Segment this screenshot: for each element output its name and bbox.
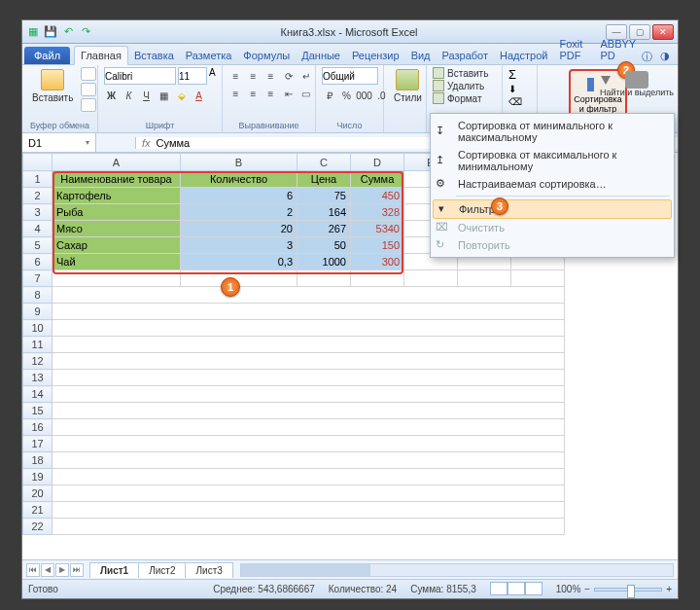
view-normal-icon[interactable] bbox=[490, 582, 508, 595]
cell[interactable]: 3 bbox=[181, 237, 298, 254]
merge-icon[interactable]: ▭ bbox=[298, 87, 313, 100]
clear-icon[interactable]: ⌫ bbox=[508, 96, 522, 107]
styles-button[interactable]: Стили bbox=[390, 67, 426, 105]
cell[interactable]: 75 bbox=[298, 188, 351, 204]
cell[interactable]: 150 bbox=[351, 237, 404, 254]
cell[interactable]: 450 bbox=[351, 188, 404, 204]
row-header[interactable]: 18 bbox=[23, 452, 52, 469]
currency-icon[interactable]: ₽ bbox=[322, 89, 336, 102]
filter-item[interactable]: ▾Фильтр bbox=[433, 199, 672, 219]
tab-foxit[interactable]: Foxit PDF bbox=[553, 35, 594, 64]
fill-down-icon[interactable]: ⬇ bbox=[508, 84, 516, 94]
row-header[interactable]: 6 bbox=[23, 254, 52, 270]
comma-icon[interactable]: 000 bbox=[357, 89, 371, 102]
row-header[interactable]: 13 bbox=[23, 370, 52, 386]
cell[interactable] bbox=[52, 304, 565, 320]
redo-icon[interactable]: ↷ bbox=[79, 25, 92, 39]
row-header[interactable]: 14 bbox=[23, 386, 52, 403]
cut-icon[interactable] bbox=[81, 67, 96, 81]
tab-developer[interactable]: Разработ bbox=[437, 47, 494, 64]
cell[interactable] bbox=[52, 337, 565, 353]
row-header[interactable]: 10 bbox=[23, 320, 52, 337]
cell[interactable] bbox=[52, 287, 565, 304]
row-header[interactable]: 15 bbox=[23, 403, 52, 419]
tab-review[interactable]: Рецензир bbox=[346, 47, 405, 64]
zoom-slider[interactable] bbox=[594, 588, 662, 592]
zoom-in-icon[interactable]: + bbox=[666, 584, 672, 594]
horizontal-scrollbar[interactable] bbox=[240, 563, 674, 577]
cell[interactable]: 267 bbox=[298, 221, 351, 237]
insert-cells-button[interactable]: Вставить bbox=[433, 67, 496, 79]
tab-formulas[interactable]: Формулы bbox=[237, 47, 296, 64]
italic-icon[interactable]: К bbox=[122, 89, 136, 102]
zoom-out-icon[interactable]: − bbox=[584, 584, 590, 594]
cell[interactable] bbox=[52, 320, 565, 337]
save-icon[interactable]: 💾 bbox=[44, 25, 57, 39]
cell[interactable]: 2 bbox=[181, 204, 298, 221]
row-header[interactable]: 2 bbox=[23, 188, 52, 204]
view-page-layout-icon[interactable] bbox=[508, 582, 525, 595]
zoom-control[interactable]: 100% − + bbox=[556, 584, 672, 594]
cell[interactable]: 328 bbox=[351, 204, 404, 221]
border-icon[interactable]: ▦ bbox=[157, 89, 171, 102]
undo-icon[interactable]: ↶ bbox=[61, 25, 75, 39]
orientation-icon[interactable]: ⟳ bbox=[281, 69, 296, 83]
row-header[interactable]: 20 bbox=[23, 485, 52, 502]
sheet-nav-prev-icon[interactable]: ◀ bbox=[41, 563, 54, 577]
cell[interactable] bbox=[52, 270, 181, 287]
number-format-select[interactable] bbox=[322, 67, 378, 85]
align-center-icon[interactable]: ≡ bbox=[246, 87, 261, 100]
format-painter-icon[interactable] bbox=[81, 98, 96, 112]
cell[interactable] bbox=[404, 270, 458, 287]
percent-icon[interactable]: % bbox=[339, 89, 354, 102]
paste-button[interactable]: Вставить bbox=[28, 67, 77, 105]
format-cells-button[interactable]: Формат bbox=[433, 92, 496, 104]
name-box[interactable]: D1 bbox=[22, 133, 96, 152]
tab-data[interactable]: Данные bbox=[296, 47, 346, 64]
cell[interactable] bbox=[351, 270, 404, 287]
cell[interactable] bbox=[458, 270, 511, 287]
row-header[interactable]: 11 bbox=[23, 337, 52, 353]
row-header[interactable]: 17 bbox=[23, 436, 52, 452]
bold-icon[interactable]: Ж bbox=[104, 89, 119, 102]
sheet-nav-last-icon[interactable]: ⏭ bbox=[70, 563, 84, 577]
cell[interactable] bbox=[52, 386, 565, 403]
cell[interactable] bbox=[52, 452, 565, 469]
cell[interactable]: Чай bbox=[52, 254, 181, 270]
row-header[interactable]: 1 bbox=[23, 171, 52, 188]
cell[interactable]: 0,3 bbox=[181, 254, 298, 270]
cell[interactable]: 6 bbox=[181, 188, 298, 204]
align-middle-icon[interactable]: ≡ bbox=[246, 69, 261, 83]
cell[interactable] bbox=[52, 403, 565, 419]
cell[interactable] bbox=[52, 485, 565, 502]
align-right-icon[interactable]: ≡ bbox=[263, 87, 278, 100]
cell[interactable]: 300 bbox=[351, 254, 404, 270]
col-header[interactable]: C bbox=[298, 154, 351, 171]
copy-icon[interactable] bbox=[81, 83, 96, 96]
file-tab[interactable]: Файл bbox=[24, 47, 70, 64]
cell[interactable]: 164 bbox=[298, 204, 351, 221]
fx-icon[interactable]: fx bbox=[142, 137, 151, 149]
custom-sort-item[interactable]: ⚙Настраиваемая сортировка… bbox=[431, 175, 674, 193]
tab-insert[interactable]: Вставка bbox=[128, 47, 180, 64]
row-header[interactable]: 3 bbox=[23, 204, 52, 221]
sheet-nav-first-icon[interactable]: ⏮ bbox=[26, 563, 40, 577]
row-header[interactable]: 12 bbox=[23, 353, 52, 370]
tab-abbyy[interactable]: ABBYY PD bbox=[595, 35, 643, 64]
cell[interactable]: 20 bbox=[181, 221, 298, 237]
help-icon[interactable]: ◑ bbox=[660, 50, 670, 64]
cell[interactable]: Рыба bbox=[52, 204, 181, 221]
cell[interactable] bbox=[52, 502, 565, 519]
minimize-ribbon-icon[interactable]: ⓘ bbox=[642, 50, 652, 64]
row-header[interactable]: 19 bbox=[23, 469, 52, 485]
autosum-icon[interactable]: Σ bbox=[508, 67, 516, 82]
fill-color-icon[interactable]: ⬙ bbox=[174, 89, 189, 102]
font-name-select[interactable] bbox=[104, 67, 176, 85]
tab-home[interactable]: Главная bbox=[74, 46, 128, 65]
row-header[interactable]: 22 bbox=[23, 519, 52, 535]
cell[interactable]: 5340 bbox=[351, 221, 404, 237]
row-header[interactable]: 7 bbox=[23, 270, 52, 287]
align-bottom-icon[interactable]: ≡ bbox=[263, 69, 278, 83]
sheet-tab[interactable]: Лист1 bbox=[89, 562, 139, 578]
tab-layout[interactable]: Разметка bbox=[180, 47, 238, 64]
